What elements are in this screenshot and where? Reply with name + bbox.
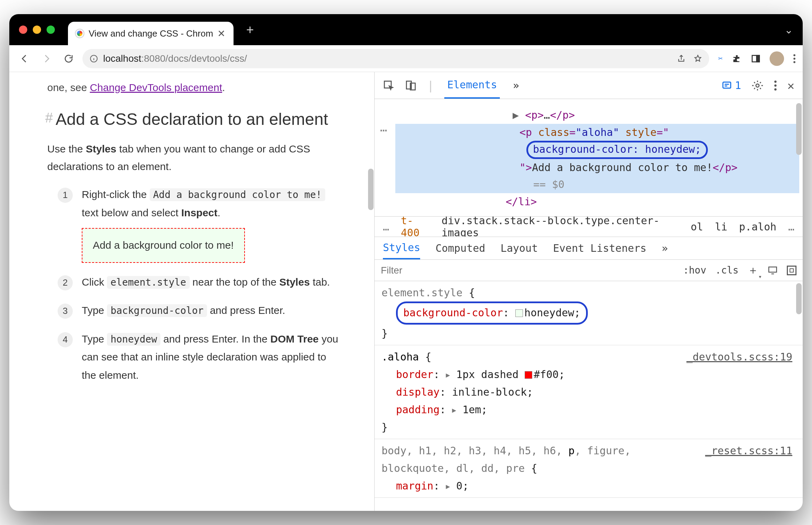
crumb-item[interactable]: ol [691, 221, 703, 233]
titlebar: View and change CSS - Chrom ✕ + ⌄ [9, 14, 803, 45]
svg-point-11 [774, 80, 776, 83]
color-swatch-icon[interactable] [525, 371, 532, 379]
issues-button[interactable]: 1 [722, 79, 741, 91]
reload-button[interactable] [60, 50, 77, 67]
browser-window: View and change CSS - Chrom ✕ + ⌄ localh… [9, 14, 803, 511]
scissors-icon[interactable]: ✂ [718, 55, 723, 62]
kebab-menu-icon[interactable] [774, 80, 777, 91]
close-tab-icon[interactable]: ✕ [217, 28, 225, 39]
subtab-event-listeners[interactable]: Event Listeners [553, 237, 646, 259]
dom-scrollbar[interactable] [796, 103, 802, 155]
toggle-sidebar-icon[interactable] [787, 266, 796, 275]
color-swatch-icon[interactable] [515, 309, 523, 317]
dom-node[interactable]: </li> [395, 193, 799, 210]
side-panel-icon[interactable] [751, 54, 761, 63]
kebab-menu-icon[interactable] [793, 53, 796, 64]
code-snippet: Add a background color to me! [150, 188, 325, 201]
subtab-layout[interactable]: Layout [501, 237, 538, 259]
subtab-styles[interactable]: Styles [383, 237, 420, 259]
subtab-more[interactable]: » [662, 237, 668, 259]
svg-point-13 [774, 88, 776, 91]
forward-button[interactable] [38, 50, 55, 67]
demo-element[interactable]: Add a background color to me! [82, 228, 245, 263]
source-link[interactable]: _reset.scss:11 [705, 442, 792, 459]
gear-icon[interactable] [752, 80, 763, 91]
code-snippet: background-color [107, 304, 207, 317]
chrome-favicon-icon [75, 29, 85, 38]
svg-point-10 [756, 84, 759, 87]
svg-point-5 [793, 61, 795, 63]
step-3: Type background-color and press Enter. [58, 301, 343, 320]
address-bar[interactable]: localhost:8080/docs/devtools/css/ [82, 49, 709, 68]
highlight-declaration: background-color: honeydew; [396, 301, 588, 325]
subtab-computed[interactable]: Computed [435, 237, 485, 259]
filter-input[interactable] [381, 265, 676, 276]
crumb-item[interactable]: li [715, 221, 727, 233]
change-placement-link[interactable]: Change DevTools placement [90, 82, 222, 93]
chevron-down-icon[interactable]: ⌄ [784, 24, 793, 36]
svg-point-4 [793, 58, 795, 60]
crumb-ellipsis[interactable]: … [383, 221, 389, 233]
intro-text: Use the Styles tab when you want to chan… [47, 140, 336, 175]
dom-breadcrumb[interactable]: … t-400 div.stack.stack--block.type.cent… [375, 216, 803, 237]
close-window-button[interactable] [19, 26, 27, 34]
devtools-toolbar: | Elements » 1 ✕ [375, 72, 803, 99]
svg-point-3 [793, 54, 795, 56]
dom-tree[interactable]: ⋯ ▶ <p>…</p> <p class="aloha" style=" ba… [375, 99, 803, 216]
styles-subtabs: Styles Computed Layout Event Listeners » [375, 237, 803, 260]
page-scrollbar[interactable] [368, 169, 374, 210]
dom-node-selected[interactable]: <p class="aloha" style=" background-colo… [395, 124, 799, 193]
back-button[interactable] [16, 50, 33, 67]
source-link[interactable]: _devtools.scss:19 [686, 348, 792, 366]
style-rules[interactable]: element.style { background-color: honeyd… [375, 281, 803, 511]
crumb-ellipsis[interactable]: … [788, 221, 794, 233]
devtools-panel: | Elements » 1 ✕ ⋯ ▶ <p>…</p> [374, 72, 803, 511]
dom-node[interactable]: ▶ <p>…</p> [395, 107, 799, 124]
rule-element-style[interactable]: element.style { background-color: honeyd… [375, 281, 803, 345]
tab-title: View and change CSS - Chrom [89, 28, 213, 39]
bookmark-star-icon[interactable] [693, 54, 702, 63]
device-toolbar-icon[interactable] [768, 265, 778, 276]
window-controls [19, 26, 55, 34]
svg-rect-14 [769, 267, 777, 272]
page-content: one, see Change DevTools placement. #Add… [9, 72, 374, 511]
browser-tab[interactable]: View and change CSS - Chrom ✕ [68, 22, 234, 45]
new-style-rule-button[interactable]: ＋ [747, 263, 759, 278]
content-area: one, see Change DevTools placement. #Add… [9, 72, 803, 511]
tab-elements[interactable]: Elements [444, 72, 500, 99]
tab-more[interactable]: » [510, 72, 522, 99]
highlight-inline-style: background-color: honeydew; [526, 141, 708, 159]
hov-toggle[interactable]: :hov [683, 265, 706, 276]
selector-text[interactable]: element.style [382, 287, 463, 299]
url-host: localhost:8080/docs/devtools/css/ [103, 53, 247, 64]
styles-filter-row: :hov .cls ＋ [375, 260, 803, 281]
crumb-item[interactable]: div.stack.stack--block.type.center-image… [442, 216, 679, 237]
rule-aloha[interactable]: _devtools.scss:19 .aloha { border: ▶ 1px… [375, 345, 803, 439]
new-tab-button[interactable]: + [243, 23, 257, 37]
inspect-icon[interactable] [383, 80, 395, 91]
profile-avatar[interactable] [770, 51, 784, 66]
code-snippet: element.style [107, 276, 189, 289]
dom-ellipsis-icon[interactable]: ⋯ [380, 123, 388, 137]
device-toggle-icon[interactable] [405, 80, 417, 91]
cls-toggle[interactable]: .cls [715, 265, 739, 276]
toolbar: localhost:8080/docs/devtools/css/ ✂ [9, 45, 803, 72]
share-icon[interactable] [677, 54, 686, 63]
rule-reset[interactable]: _reset.scss:11 body, h1, h2, h3, h4, h5,… [375, 439, 803, 498]
lead-text: one, see Change DevTools placement. [47, 80, 336, 95]
step-4: Type honeydew and press Enter. In the DO… [58, 330, 343, 385]
close-devtools-icon[interactable]: ✕ [788, 79, 794, 92]
site-info-icon[interactable] [89, 54, 98, 63]
anchor-hash-icon[interactable]: # [45, 110, 53, 125]
step-1: Right-click the Add a background color t… [58, 186, 343, 263]
step-list: Right-click the Add a background color t… [58, 186, 343, 384]
crumb-item[interactable]: p.aloh [739, 221, 776, 233]
rules-scrollbar[interactable] [796, 283, 802, 314]
maximize-window-button[interactable] [47, 26, 55, 34]
extensions-icon[interactable] [732, 53, 742, 64]
step-2: Click element.style near the top of the … [58, 273, 343, 291]
toolbar-icons: ✂ [718, 51, 796, 66]
minimize-window-button[interactable] [33, 26, 41, 34]
crumb-item[interactable]: t-400 [401, 216, 430, 237]
svg-rect-2 [756, 55, 759, 62]
